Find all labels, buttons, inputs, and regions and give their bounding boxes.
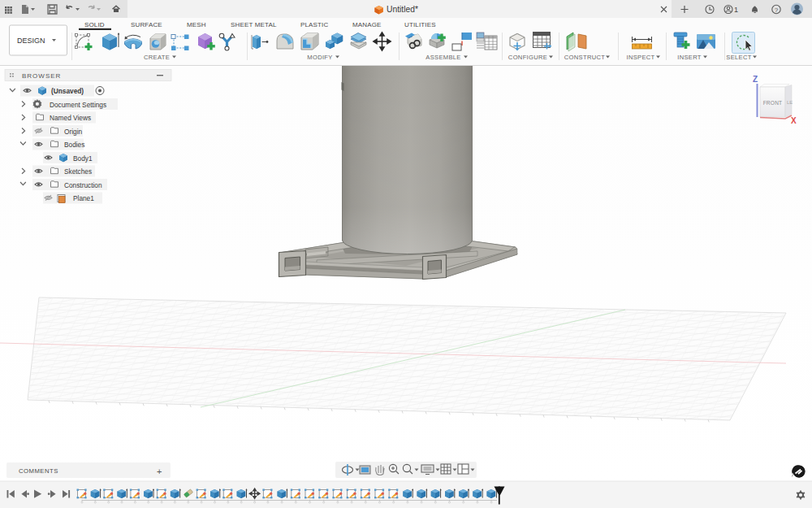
svg-text:ASSEMBLE: ASSEMBLE: [425, 54, 460, 61]
svg-text:(Unsaved): (Unsaved): [51, 87, 84, 95]
svg-text:CONSTRUCT: CONSTRUCT: [564, 54, 605, 61]
svg-text:DESIGN: DESIGN: [17, 37, 45, 45]
svg-text:LE: LE: [787, 100, 793, 105]
svg-text:+: +: [157, 467, 162, 476]
svg-text:PLASTIC: PLASTIC: [300, 21, 328, 28]
svg-text:Untitled*: Untitled*: [387, 5, 418, 14]
svg-text:SURFACE: SURFACE: [131, 21, 162, 28]
svg-text:INSPECT: INSPECT: [626, 54, 654, 61]
svg-text:MANAGE: MANAGE: [352, 21, 382, 28]
svg-text:INSERT: INSERT: [677, 54, 702, 61]
svg-text:Named Views: Named Views: [50, 114, 91, 122]
svg-text:Origin: Origin: [64, 128, 83, 136]
svg-text:SHEET METAL: SHEET METAL: [231, 21, 277, 28]
svg-text:Plane1: Plane1: [73, 194, 94, 202]
svg-text:MESH: MESH: [187, 21, 206, 28]
svg-text:MODIFY: MODIFY: [307, 54, 332, 61]
svg-text:?: ?: [775, 7, 779, 14]
svg-text:Sketches: Sketches: [64, 167, 92, 176]
svg-text:UTILITIES: UTILITIES: [404, 21, 436, 28]
svg-text:X: X: [791, 116, 797, 125]
svg-text:1: 1: [734, 6, 738, 14]
svg-text:BROWSER: BROWSER: [22, 72, 61, 80]
svg-text:COMMENTS: COMMENTS: [19, 467, 58, 475]
svg-text:Body1: Body1: [73, 154, 93, 163]
svg-text:SOLID: SOLID: [84, 21, 105, 28]
svg-text:Construction: Construction: [64, 181, 102, 189]
svg-text:Z: Z: [753, 75, 758, 84]
svg-text:Bodies: Bodies: [64, 141, 84, 149]
svg-text:CREATE: CREATE: [144, 54, 170, 61]
svg-text:SELECT: SELECT: [726, 54, 751, 61]
svg-text:FRONT: FRONT: [763, 100, 783, 106]
svg-text:CONFIGURE: CONFIGURE: [508, 54, 547, 61]
svg-text:Document Settings: Document Settings: [50, 101, 106, 109]
